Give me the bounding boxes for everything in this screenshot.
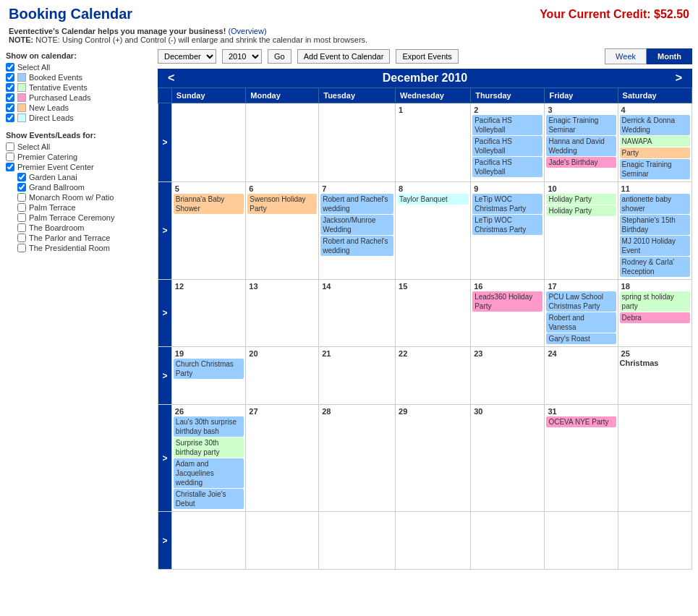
parlor-checkbox[interactable] — [17, 234, 26, 242]
day-cell[interactable]: 18 spring st holiday party Debra — [618, 280, 691, 347]
boardroom-checkbox[interactable] — [17, 223, 26, 232]
list-item[interactable]: Rodney & Carla' Reception — [620, 257, 690, 277]
new-leads-checkbox[interactable] — [6, 103, 14, 112]
list-item[interactable]: Adam and Jacquelines wedding — [174, 458, 244, 488]
day-cell[interactable] — [471, 512, 545, 570]
list-item[interactable]: Hanna and David Wedding — [546, 136, 616, 156]
day-cell[interactable]: 16 Leads360 Holiday Party — [471, 280, 545, 347]
list-item[interactable]: Jackson/Munroe Wedding — [320, 215, 393, 235]
day-cell[interactable]: 19 Church Christmas Party — [171, 347, 245, 405]
list-item[interactable]: Holiday Party — [546, 205, 616, 216]
day-cell[interactable]: 22 — [396, 347, 471, 405]
select-all-checkbox[interactable] — [6, 63, 14, 72]
week-tab[interactable]: Week — [605, 48, 647, 64]
row-nav[interactable]: > — [158, 182, 172, 280]
go-button[interactable]: Go — [268, 49, 291, 64]
day-cell[interactable]: 14 — [319, 280, 396, 347]
month-tab[interactable]: Month — [647, 48, 692, 64]
list-item[interactable]: Lau's 30th surprise birthday bash — [174, 416, 244, 437]
list-item[interactable]: Enagic Training Seminar — [620, 159, 690, 179]
palm-terrace-ceremony-checkbox[interactable] — [17, 213, 26, 222]
list-item[interactable]: Surprise 30th birthday party — [174, 437, 244, 458]
row-nav[interactable]: > — [158, 280, 172, 347]
day-cell[interactable]: 13 — [246, 280, 319, 347]
list-item[interactable]: Robert and Rachel's wedding — [320, 194, 393, 214]
list-item[interactable]: Pacifica HS Volleyball — [472, 157, 542, 177]
list-item[interactable]: Leads360 Holiday Party — [472, 291, 542, 312]
day-cell[interactable] — [246, 512, 319, 570]
day-cell[interactable]: 7 Robert and Rachel's wedding Jackson/Mu… — [319, 182, 396, 280]
add-event-button[interactable]: Add Event to Calendar — [297, 49, 391, 64]
list-item[interactable]: Christalle Joie's Debut — [174, 489, 244, 509]
day-cell[interactable] — [319, 512, 396, 570]
booked-checkbox[interactable] — [6, 73, 14, 82]
day-cell[interactable]: 20 — [246, 347, 319, 405]
day-cell[interactable]: 6 Swenson Holiday Party — [246, 182, 319, 280]
select-all2-checkbox[interactable] — [6, 142, 14, 151]
day-cell[interactable] — [545, 512, 618, 570]
list-item[interactable]: Taylor Banquet — [397, 194, 469, 205]
row-nav[interactable]: > — [158, 347, 172, 405]
presidential-checkbox[interactable] — [17, 244, 26, 252]
list-item[interactable]: Debra — [620, 312, 690, 323]
premier-catering-checkbox[interactable] — [6, 153, 14, 161]
day-cell[interactable]: 25 Christmas — [618, 347, 691, 405]
day-cell[interactable] — [246, 103, 319, 182]
day-cell[interactable] — [618, 405, 691, 512]
day-cell[interactable]: 3 Enagic Training Seminar Hanna and Davi… — [545, 103, 618, 182]
day-cell[interactable]: 11 antionette baby shower Stephanie's 15… — [618, 182, 691, 280]
list-item[interactable]: Church Christmas Party — [174, 359, 244, 379]
day-cell[interactable] — [618, 512, 691, 570]
day-cell[interactable]: 24 — [545, 347, 618, 405]
day-cell[interactable] — [171, 512, 245, 570]
export-button[interactable]: Export Events — [396, 49, 458, 64]
list-item[interactable]: Pacifica HS Volleyball — [472, 136, 542, 156]
list-item[interactable]: NAWAPA — [620, 136, 690, 147]
list-item[interactable]: Robert and Rachel's wedding — [320, 236, 393, 256]
premier-event-checkbox[interactable] — [6, 163, 14, 171]
purchased-checkbox[interactable] — [6, 93, 14, 102]
day-cell[interactable]: 27 — [246, 405, 319, 512]
list-item[interactable]: Swenson Holiday Party — [247, 194, 317, 214]
year-select[interactable]: 2010 — [222, 49, 262, 64]
day-cell[interactable] — [396, 512, 471, 570]
list-item[interactable]: spring st holiday party — [620, 291, 690, 312]
list-item[interactable]: Derrick & Donna Wedding — [620, 115, 690, 135]
list-item[interactable]: LeTip WOC Christmas Party — [472, 215, 542, 235]
day-cell[interactable]: 23 — [471, 347, 545, 405]
row-nav[interactable]: > — [158, 103, 172, 182]
tentative-checkbox[interactable] — [6, 83, 14, 92]
row-nav[interactable]: > — [158, 405, 172, 512]
garden-lanai-checkbox[interactable] — [17, 173, 26, 181]
list-item[interactable]: Robert and Vanessa — [546, 312, 616, 333]
day-cell[interactable]: 29 — [396, 405, 471, 512]
list-item[interactable]: Pacifica HS Volleyball — [472, 115, 542, 135]
monarch-room-checkbox[interactable] — [17, 193, 26, 202]
direct-checkbox[interactable] — [6, 114, 14, 122]
day-cell[interactable]: 31 OCEVA NYE Party — [545, 405, 618, 512]
list-item[interactable]: Enagic Training Seminar — [546, 115, 616, 135]
list-item[interactable]: Jade's Birthday — [546, 157, 616, 168]
list-item[interactable]: Gary's Roast — [546, 333, 616, 344]
day-cell[interactable]: 8 Taylor Banquet — [396, 182, 471, 280]
list-item[interactable]: antionette baby shower — [620, 194, 690, 214]
day-cell[interactable]: 5 Brianna'a Baby Shower — [171, 182, 245, 280]
day-cell[interactable] — [171, 103, 245, 182]
day-cell[interactable]: 17 PCU Law School Christmas Party Robert… — [545, 280, 618, 347]
list-item[interactable]: PCU Law School Christmas Party — [546, 291, 616, 312]
list-item[interactable]: Stephanie's 15th Birthday — [620, 215, 690, 235]
day-cell[interactable]: 15 — [396, 280, 471, 347]
next-month-button[interactable]: > — [665, 69, 692, 87]
row-nav[interactable]: > — [158, 512, 172, 570]
day-cell[interactable]: 9 LeTip WOC Christmas Party LeTip WOC Ch… — [471, 182, 545, 280]
list-item[interactable]: OCEVA NYE Party — [546, 416, 616, 427]
palm-terrace-checkbox[interactable] — [17, 203, 26, 212]
list-item[interactable]: Brianna'a Baby Shower — [174, 194, 244, 214]
list-item[interactable]: LeTip WOC Christmas Party — [472, 194, 542, 214]
day-cell[interactable]: 21 — [319, 347, 396, 405]
day-cell[interactable]: 4 Derrick & Donna Wedding NAWAPA Party E… — [618, 103, 691, 182]
day-cell[interactable]: 30 — [471, 405, 545, 512]
day-cell[interactable]: 28 — [319, 405, 396, 512]
day-cell[interactable]: 1 — [396, 103, 471, 182]
day-cell[interactable]: 2 Pacifica HS Volleyball Pacifica HS Vol… — [471, 103, 545, 182]
